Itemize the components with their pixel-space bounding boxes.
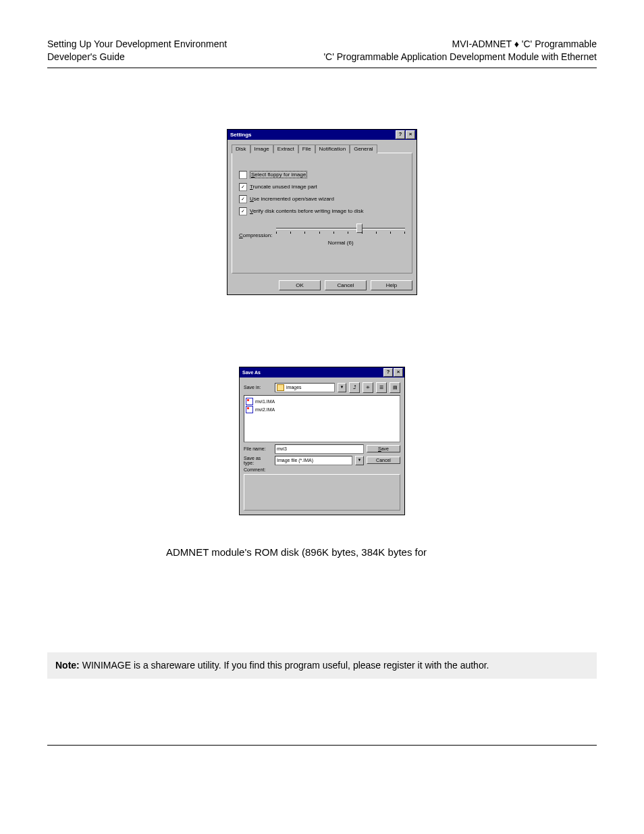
tab-image[interactable]: Image <box>250 145 273 153</box>
file-list[interactable]: mvi1.IMA mvi2.IMA <box>244 395 400 442</box>
header-right-1: MVI-ADMNET ♦ 'C' Programmable <box>323 38 597 51</box>
tab-disk[interactable]: Disk <box>232 145 250 153</box>
comment-textarea[interactable] <box>244 474 400 511</box>
settings-tabstrip: Disk Image Extract File Notification Gen… <box>232 144 412 153</box>
ok-button[interactable]: OK <box>279 280 321 290</box>
savein-value: images <box>286 385 302 390</box>
header-right-2: 'C' Programmable Application Development… <box>323 51 597 63</box>
label-incremented: Use incremented open/save wizard <box>250 196 334 202</box>
checkbox-truncate[interactable]: ✓ <box>239 183 247 191</box>
note-label: Note: <box>55 660 80 671</box>
savetype-combo[interactable]: Image file (*.IMA) <box>275 456 352 465</box>
settings-title: Settings <box>229 132 395 138</box>
label-compression: Compression: <box>239 232 272 238</box>
help-button[interactable]: Help <box>371 280 412 290</box>
close-icon[interactable]: × <box>406 130 415 139</box>
list-item[interactable]: mvi1.IMA <box>246 398 398 405</box>
new-folder-icon[interactable]: ✳ <box>363 382 373 393</box>
tab-general[interactable]: General <box>350 145 377 153</box>
label-truncate: Truncate unused image part <box>250 184 317 190</box>
help-icon[interactable]: ? <box>396 130 405 139</box>
file-name: mvi1.IMA <box>255 399 275 404</box>
note-text: WINIMAGE is a shareware utility. If you … <box>80 660 489 671</box>
saveas-dialog: Save As ? × Save in: images ▼ ⮥ ✳ ☰ ▤ <box>239 367 405 515</box>
details-view-icon[interactable]: ▤ <box>390 382 400 393</box>
settings-dialog: Settings ? × Disk Image Extract File Not… <box>227 129 417 295</box>
slider-value-label: Normal (6) <box>276 240 405 246</box>
savein-combo[interactable]: images <box>275 383 335 392</box>
file-name: mvi2.IMA <box>255 407 275 412</box>
page-header: Setting Up Your Development Environment … <box>47 38 597 63</box>
settings-panel: Select floppy for image ✓ Truncate unuse… <box>232 153 412 273</box>
tab-extract[interactable]: Extract <box>273 145 298 153</box>
note-box: Note: WINIMAGE is a shareware utility. I… <box>47 652 597 679</box>
filename-input[interactable]: mvi3 <box>275 444 364 454</box>
list-item[interactable]: mvi2.IMA <box>246 406 398 413</box>
settings-titlebar[interactable]: Settings ? × <box>227 130 417 140</box>
footer-rule <box>47 745 597 746</box>
chevron-down-icon[interactable]: ▼ <box>355 456 364 465</box>
checkbox-verify[interactable]: ✓ <box>239 207 247 215</box>
header-left-1: Setting Up Your Development Environment <box>47 38 227 51</box>
checkbox-select-floppy[interactable] <box>239 171 247 179</box>
list-view-icon[interactable]: ☰ <box>376 382 387 393</box>
cancel-button[interactable]: Cancel <box>325 280 367 290</box>
filename-value: mvi3 <box>277 446 287 451</box>
savetype-value: Image file (*.IMA) <box>277 458 313 463</box>
cancel-button[interactable]: Cancel <box>367 457 400 464</box>
saveas-titlebar[interactable]: Save As ? × <box>240 367 404 377</box>
chevron-down-icon[interactable]: ▼ <box>338 383 346 392</box>
header-left-2: Developer's Guide <box>47 51 227 63</box>
help-icon[interactable]: ? <box>383 368 393 377</box>
folder-icon <box>277 384 284 391</box>
tab-file[interactable]: File <box>298 145 315 153</box>
label-comment: Comment: <box>244 467 272 472</box>
body-paragraph: ADMNET module's ROM disk (896K bytes, 38… <box>166 546 597 558</box>
checkbox-incremented[interactable]: ✓ <box>239 195 247 203</box>
label-filename: File name: <box>244 446 272 451</box>
label-select-floppy: Select floppy for image <box>250 171 307 178</box>
file-icon <box>246 406 253 413</box>
file-icon <box>246 398 253 405</box>
compression-slider[interactable] <box>276 225 405 238</box>
label-verify: Verify disk contents before writing imag… <box>250 208 364 214</box>
save-button[interactable]: Save <box>367 445 400 452</box>
label-savetype: Save as type: <box>244 456 272 465</box>
close-icon[interactable]: × <box>394 368 403 377</box>
label-savein: Save in: <box>244 385 272 390</box>
up-folder-icon[interactable]: ⮥ <box>349 382 360 393</box>
tab-notification[interactable]: Notification <box>315 145 350 153</box>
saveas-title: Save As <box>241 370 383 375</box>
